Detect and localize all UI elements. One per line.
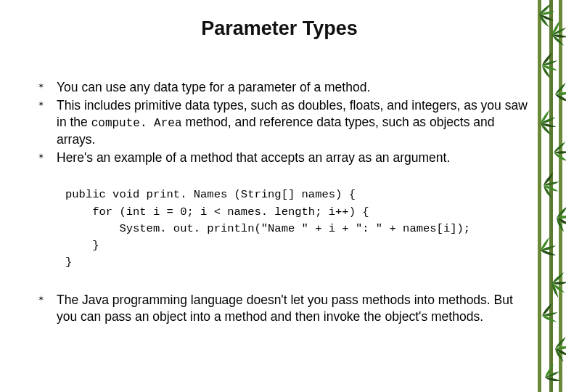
svg-rect-2 (559, 0, 562, 392)
bullet-item: You can use any data type for a paramete… (35, 79, 530, 96)
bullet-text: The Java programming language doesn't le… (57, 293, 513, 324)
svg-rect-1 (549, 0, 553, 392)
inline-code: compute. Area (91, 117, 182, 130)
bullet-item: Here's an example of a method that accep… (35, 150, 530, 166)
svg-rect-0 (538, 0, 541, 392)
slide-title: Parameter Types (29, 17, 530, 40)
bullet-list-2: The Java programming language doesn't le… (35, 292, 530, 325)
slide: Parameter Types You can use any data typ… (0, 0, 566, 392)
bullet-item: This includes primitive data types, such… (35, 97, 530, 148)
bullet-list-1: You can use any data type for a paramete… (35, 79, 530, 166)
bullet-text: Here's an example of a method that accep… (57, 150, 450, 165)
bullet-item: The Java programming language doesn't le… (35, 292, 530, 325)
code-example: public void print. Names (String[] names… (65, 187, 530, 271)
bullet-text: You can use any data type for a paramete… (57, 80, 370, 94)
